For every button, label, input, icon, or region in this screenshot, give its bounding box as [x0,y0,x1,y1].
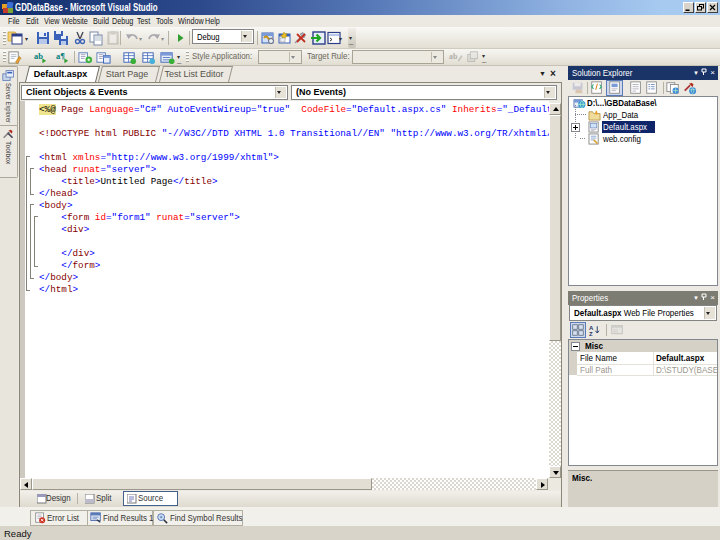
svg-text:ab: ab [449,52,458,61]
svg-text:Z: Z [589,331,593,336]
svg-text:A: A [589,325,594,331]
svg-text:a¶: a¶ [56,51,65,61]
svg-text:ab: ab [34,51,43,61]
